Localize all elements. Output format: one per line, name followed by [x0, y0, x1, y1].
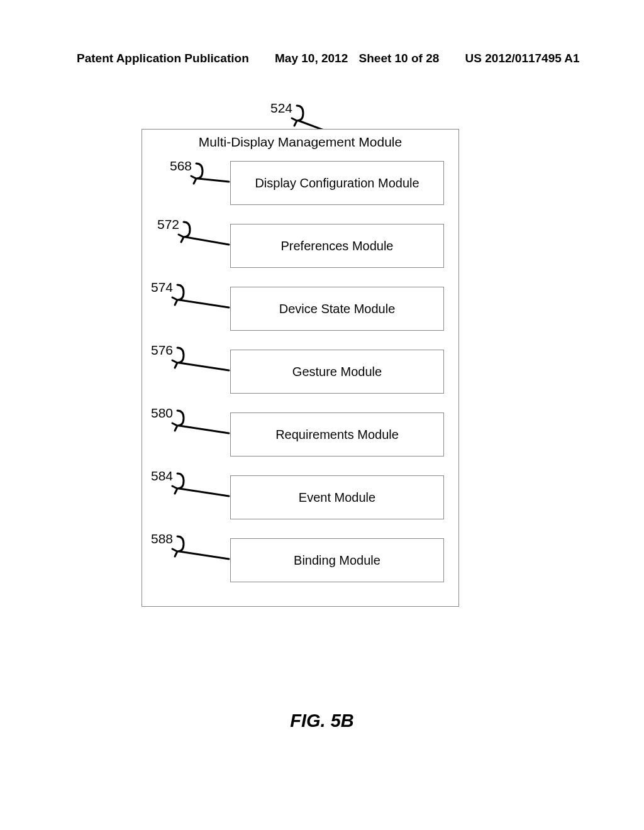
- module-label: Preferences Module: [281, 239, 394, 253]
- gesture-module-box: Gesture Module: [230, 350, 444, 394]
- preferences-module-box: Preferences Module: [230, 224, 444, 268]
- leadline-572: [176, 218, 239, 253]
- leadline-576: [170, 344, 239, 379]
- module-label: Requirements Module: [275, 428, 399, 442]
- pub-label: Patent Application Publication: [77, 52, 249, 65]
- pub-number: US 2012/0117495 A1: [465, 52, 580, 65]
- module-label: Event Module: [299, 490, 375, 505]
- leadline-584: [170, 470, 239, 504]
- module-label: Display Configuration Module: [255, 176, 419, 191]
- module-label: Device State Module: [279, 302, 396, 316]
- requirements-module-box: Requirements Module: [230, 412, 444, 456]
- module-label: Gesture Module: [292, 365, 382, 379]
- figure-label: FIG. 5B: [0, 711, 644, 731]
- leadline-588: [170, 533, 239, 567]
- leadline-574: [170, 281, 239, 316]
- module-label: Binding Module: [294, 553, 380, 568]
- sheet-number: Sheet 10 of 28: [359, 52, 440, 65]
- leadline-568: [189, 160, 239, 191]
- patent-header: Patent Application Publication May 10, 2…: [0, 52, 644, 65]
- leadline-580: [170, 407, 239, 441]
- pub-date: May 10, 2012: [275, 52, 348, 65]
- display-configuration-module-box: Display Configuration Module: [230, 161, 444, 205]
- device-state-module-box: Device State Module: [230, 287, 444, 331]
- outer-box-title: Multi-Display Management Module: [142, 135, 458, 150]
- page: Patent Application Publication May 10, 2…: [0, 0, 644, 830]
- binding-module-box: Binding Module: [230, 538, 444, 582]
- event-module-box: Event Module: [230, 475, 444, 519]
